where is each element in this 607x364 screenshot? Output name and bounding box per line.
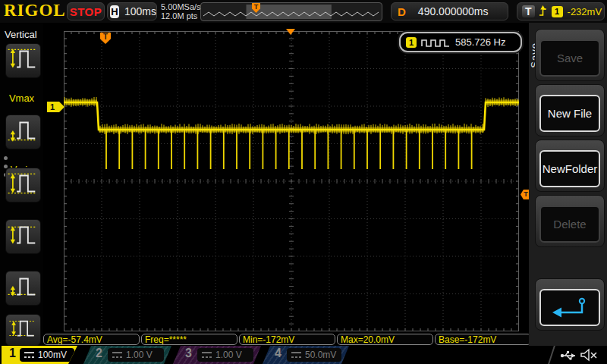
trigger-slope-icon [538, 5, 548, 18]
vmin-icon [6, 115, 39, 147]
vmax-label: Vmax [0, 93, 43, 104]
save-button[interactable]: Save [535, 29, 605, 81]
vtop-icon [6, 220, 39, 252]
dc-coupling-icon [202, 352, 212, 358]
dc-coupling-icon [291, 352, 301, 358]
new-file-button[interactable]: New File [535, 84, 605, 136]
channel-2-scale: 1.00 V [126, 350, 153, 360]
acquisition-readout: 5.00MSa/s 12.0M pts [161, 2, 201, 20]
trigger-badge: T [522, 5, 535, 17]
speaker-muted-icon [580, 348, 598, 362]
delay-value: 490.000000ms [418, 5, 489, 17]
h-badge: H [110, 5, 119, 18]
channel-3-strip[interactable]: 3 1.00 V [173, 346, 261, 364]
top-status-bar: RIGOL STOP H 100ms 5.00MSa/s 12.0M pts T… [0, 0, 607, 23]
channel-1-strip[interactable]: 1 100mV [2, 346, 80, 364]
vertical-measure-menu: Vertical Vmax Vmin Vpp [0, 23, 43, 346]
trigger-source-badge: 1 [552, 6, 563, 17]
delay-badge: D [398, 5, 406, 18]
vamp-icon [6, 315, 39, 344]
measurement-min: Min=-172mV [239, 334, 335, 345]
save-button-label: Save [539, 39, 600, 77]
measurement-max: Max=20.0mV [337, 334, 433, 345]
vpp-icon [6, 168, 39, 200]
frequency-counter: 1 585.726 Hz [399, 32, 522, 52]
new-file-button-label: New File [539, 95, 600, 132]
rigol-logo: RIGOL [4, 1, 66, 20]
back-button[interactable] [535, 278, 605, 331]
vmax-icon [6, 44, 39, 76]
trigger-readout: T 1 -232mV [517, 2, 605, 20]
dc-coupling-icon [24, 352, 34, 358]
new-folder-button[interactable]: NewFolder [535, 140, 605, 192]
sample-rate: 5.00MSa/s [161, 2, 201, 11]
run-stop-label: STOP [70, 5, 102, 18]
ch1-waveform-trace [64, 31, 519, 331]
delay-readout: D 490.000000ms [391, 2, 508, 20]
memory-depth: 12.0M pts [161, 11, 201, 20]
vpp-button[interactable] [5, 168, 41, 202]
channel-4-number: 4 [275, 347, 281, 360]
counter-source-badge: 1 [406, 37, 417, 48]
vbase-icon [6, 271, 39, 303]
menu-title: Vertical [5, 29, 37, 40]
measurement-avg: Avg=-57.4mV [43, 334, 140, 345]
counter-frequency-value: 585.726 Hz [455, 36, 506, 48]
save-menu-panel: Save Save New File NewFolder Delete [529, 23, 607, 346]
channel-3-number: 3 [185, 347, 192, 360]
channel-2-strip[interactable]: 2 1.00 V [83, 346, 171, 364]
square-wave-icon [420, 37, 451, 48]
measurement-base: Base=-172mV [435, 334, 531, 345]
run-stop-button[interactable]: STOP [67, 2, 105, 20]
channel-4-scale: 50.0mV [305, 350, 336, 360]
return-arrow-icon [548, 296, 592, 320]
timebase-value: 100ms [124, 5, 156, 17]
horizontal-timebase-control[interactable]: H 100ms [107, 2, 157, 20]
vbase-button[interactable] [5, 271, 41, 306]
measurement-freq: Freq=***** [141, 334, 237, 345]
delete-button[interactable]: Delete [535, 195, 605, 247]
dc-coupling-icon [112, 352, 122, 358]
ch1-ground-marker: 1 [47, 102, 64, 112]
vmin-button[interactable] [5, 115, 41, 149]
channel-2-number: 2 [96, 347, 102, 360]
trigger-delay-indicator [286, 29, 295, 35]
channel-4-strip[interactable]: 4 50.0mV [263, 346, 349, 364]
memory-waveform-thumbnail [202, 4, 381, 20]
delete-button-label: Delete [539, 206, 600, 243]
channel-1-scale: 100mV [38, 350, 67, 360]
vmax-button[interactable] [5, 43, 41, 78]
new-folder-button-label: NewFolder [539, 150, 600, 187]
channel-3-scale: 1.00 V [215, 350, 242, 360]
memory-position-bar: T [200, 2, 382, 21]
trigger-level-value: -232mV [568, 6, 602, 17]
vamp-button[interactable] [5, 314, 41, 346]
channel-1-number: 1 [9, 347, 16, 360]
vtop-button[interactable] [5, 219, 41, 254]
usb-icon [560, 350, 577, 361]
channel-status-bar: 1 100mV 2 1.00 V 3 1.00 V 4 50.0mV [0, 346, 607, 364]
